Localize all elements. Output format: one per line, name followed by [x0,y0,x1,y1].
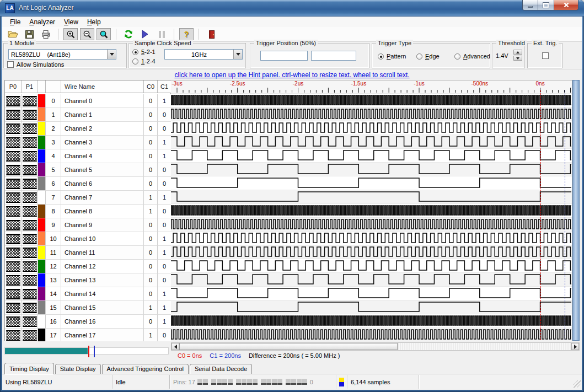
channel-color-swatch[interactable] [38,122,46,136]
wire-name-ch1[interactable]: Channel 1 [61,108,144,122]
overview-cursor-c1[interactable] [94,346,95,357]
wire-name-ch2[interactable]: Channel 2 [61,122,144,136]
trigger-pattern-p1-ch1[interactable] [22,108,38,122]
wire-name-ch4[interactable]: Channel 4 [61,149,144,163]
wire-name-ch14[interactable]: Channel 14 [61,287,144,301]
scrollbar-track[interactable] [398,343,571,350]
trigger-pattern-p1-ch8[interactable] [22,205,38,218]
waveform-row-ch4[interactable] [171,148,572,162]
radio-icon[interactable] [132,58,138,65]
trigger-pattern-p1-ch14[interactable] [22,287,38,301]
trigger-pattern-p0-ch1[interactable] [5,108,22,122]
waveform-row-ch13[interactable] [171,272,572,286]
channel-color-swatch[interactable] [38,191,46,205]
run-button[interactable] [138,28,152,40]
trigger-pattern-p0-ch9[interactable] [5,218,22,232]
trigger-pattern-p0-ch10[interactable] [5,232,22,246]
waveform-row-ch7[interactable] [171,190,572,203]
trigger-pattern-p0-ch8[interactable] [5,205,22,218]
radio-icon[interactable] [378,53,384,60]
wire-name-ch3[interactable]: Channel 3 [61,136,144,149]
wire-name-ch0[interactable]: Channel 0 [61,94,144,108]
trigger-pattern-p0-ch11[interactable] [5,246,22,260]
wire-name-ch16[interactable]: Channel 16 [61,315,144,329]
trigger-pattern-p0-ch7[interactable] [5,191,22,205]
trigger-pattern-p0-ch0[interactable] [5,94,22,108]
tab-timing-display[interactable]: Timing Display [4,363,54,374]
threshold-down-button[interactable] [513,56,522,61]
wire-name-ch17[interactable]: Channel 17 [61,329,144,342]
waveform-row-ch14[interactable] [171,286,572,300]
channel-color-swatch[interactable] [38,163,46,177]
tab-advanced-triggering-control[interactable]: Advanced Triggering Control [102,364,189,374]
waveform-row-ch0[interactable] [171,93,572,107]
trigger-pattern-p1-ch9[interactable] [22,218,38,232]
open-file-button[interactable] [6,28,20,40]
trigger-pattern-p0-ch4[interactable] [5,149,22,163]
hint-link[interactable]: click here to open up the Hint panel. ct… [174,71,409,79]
trigger-pattern-p1-ch10[interactable] [22,232,38,246]
print-button[interactable] [39,28,53,40]
menu-item-analyzer[interactable]: Analyzer [25,18,60,26]
wire-name-ch11[interactable]: Channel 11 [61,246,144,260]
channel-color-swatch[interactable] [38,273,46,287]
tab-state-display[interactable]: State Display [55,364,101,374]
wire-name-ch12[interactable]: Channel 12 [61,260,144,273]
resize-grip[interactable] [574,380,581,388]
trigger-pattern-p1-ch0[interactable] [22,94,38,108]
allow-simulations-row[interactable]: Allow Simulations [7,61,64,68]
waveform-row-ch9[interactable] [171,217,572,231]
help-button[interactable]: ? [179,28,194,40]
trigger-pattern-p1-ch7[interactable] [22,191,38,205]
trigger-pattern-p1-ch4[interactable] [22,149,38,163]
clock-speed-arrow[interactable] [233,50,242,59]
channel-color-swatch[interactable] [38,232,46,246]
waveform-row-ch10[interactable] [171,231,572,245]
waveform-row-ch3[interactable] [171,135,572,148]
module-select[interactable]: RL589ZLU (Ant18e) [8,49,116,60]
channel-color-swatch[interactable] [38,136,46,149]
waveform-area[interactable]: -3us-2.5us-2us-1.5us-1us-500ns0ns [171,80,572,341]
trigger-pattern-p0-ch13[interactable] [5,273,22,287]
exit-button[interactable] [204,28,218,40]
wire-name-ch7[interactable]: Channel 7 [61,191,144,205]
channel-color-swatch[interactable] [38,287,46,301]
module-select-arrow[interactable] [107,50,116,59]
trigger-type-radio-advanced[interactable]: Advanced [454,53,490,60]
trigger-pattern-p0-ch5[interactable] [5,163,22,177]
channel-color-swatch[interactable] [38,218,46,232]
trigger-type-radio-pattern[interactable]: Pattern [378,53,406,60]
allow-simulations-checkbox[interactable] [7,61,14,68]
trigger-pattern-p1-ch3[interactable] [22,136,38,149]
close-button[interactable] [554,0,578,10]
clock-radio-5-2-1[interactable]: 5-2-1 [132,49,156,55]
trigger-pattern-p0-ch12[interactable] [5,260,22,273]
trigger-pattern-p1-ch5[interactable] [22,163,38,177]
wire-name-ch15[interactable]: Channel 15 [61,301,144,315]
wire-name-ch5[interactable]: Channel 5 [61,163,144,177]
wire-name-ch8[interactable]: Channel 8 [61,205,144,218]
trigger-pattern-p0-ch3[interactable] [5,136,22,149]
channel-color-swatch[interactable] [38,301,46,315]
zoom-out-button[interactable] [80,28,94,40]
trigger-pattern-p0-ch15[interactable] [5,301,22,315]
title-bar[interactable]: LA Ant Logic Analyzer [0,0,584,17]
channel-color-swatch[interactable] [38,108,46,122]
horizontal-scrollbar[interactable] [171,342,580,351]
scroll-left-button[interactable] [172,343,179,350]
channel-color-swatch[interactable] [38,315,46,329]
refresh-button[interactable] [121,28,136,40]
trigger-pattern-p1-ch16[interactable] [22,315,38,329]
time-ruler-row[interactable]: -3us-2.5us-2us-1.5us-1us-500ns0ns [171,80,572,93]
waveform-row-ch2[interactable] [171,121,572,135]
waveform-row-ch15[interactable] [171,300,572,314]
save-button[interactable] [22,28,36,40]
trigger-pattern-p1-ch15[interactable] [22,301,38,315]
clock-radio-1-2-4[interactable]: 1-2-4 [132,58,156,65]
minimize-button[interactable] [522,0,538,10]
wire-name-ch6[interactable]: Channel 6 [61,177,144,191]
trigger-pattern-p1-ch12[interactable] [22,260,38,273]
maximize-button[interactable] [538,0,554,10]
trigger-pattern-p0-ch17[interactable] [5,329,22,342]
radio-icon[interactable] [132,49,138,55]
